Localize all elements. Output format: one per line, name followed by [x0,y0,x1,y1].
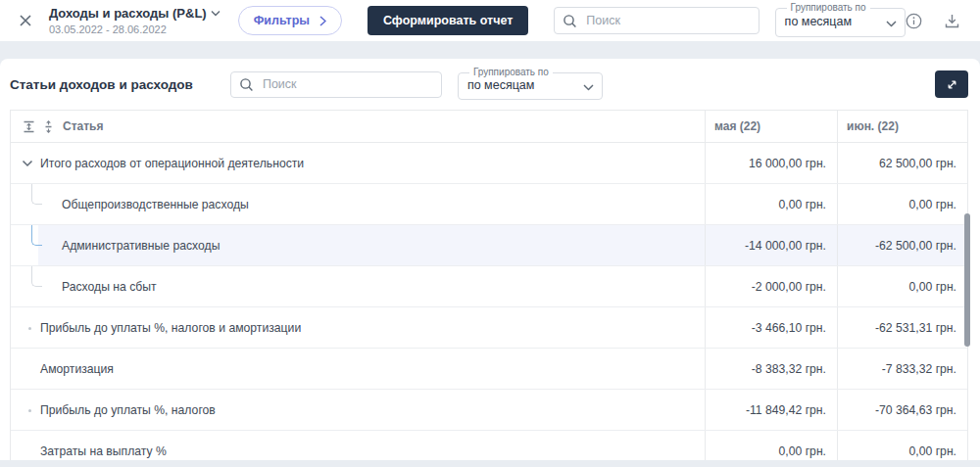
row-label: Прибыль до уплаты %, налогов и амортизац… [40,321,301,335]
close-button[interactable] [14,8,37,33]
table-row[interactable]: Итого расходов от операционной деятельно… [11,143,967,184]
group-by-label: Группировать по [787,4,870,12]
group-by-value: по месяцам [785,15,852,28]
pnl-table: Статья мая (22) июн. (22) Итого расходов… [10,110,968,460]
table-row[interactable]: Амортизация -8 383,32 грн. -7 833,32 грн… [11,349,967,390]
chevron-down-icon [886,20,897,26]
row-value-month2: 0,00 грн. [837,431,967,460]
topbar-search [554,7,759,34]
row-label: Административные расходы [62,239,220,253]
row-value-month2: -7 833,32 грн. [837,349,967,389]
table-row[interactable]: Затраты на выплату % 0,00 грн. 0,00 грн. [11,431,967,460]
row-value-month2: -62 500,00 грн. [837,225,967,265]
info-icon [906,13,922,29]
table-row[interactable]: Прибыль до уплаты %, налогов и амортизац… [11,307,967,349]
row-value-month2: -70 364,63 грн. [837,390,967,430]
row-value-month1: -2 000,00 грн. [705,266,837,306]
leaf-dot-icon [28,327,31,330]
panel-group-by-select[interactable]: Группировать по по месяцам [458,69,603,100]
report-title-block[interactable]: Доходы и расходы (P&L) 03.05.2022 - 28.0… [49,6,220,35]
collapse-all-icon[interactable] [23,120,35,133]
table-row[interactable]: Общепроизводственные расходы 0,00 грн. 0… [11,184,967,225]
row-label: Расходы на сбыт [62,280,157,294]
date-range: 03.05.2022 - 28.06.2022 [49,23,220,35]
column-header-month2[interactable]: июн. (22) [837,111,967,142]
row-value-month1: -14 000,00 грн. [705,225,837,265]
tree-connector [31,225,42,246]
topbar: Доходы и расходы (P&L) 03.05.2022 - 28.0… [0,0,980,41]
report-panel: Статьи доходов и расходов Группировать п… [0,59,980,460]
row-value-month1: -8 383,32 грн. [705,349,837,389]
column-header-month1[interactable]: мая (22) [705,111,837,142]
generate-report-button[interactable]: Сформировать отчет [368,6,528,35]
row-value-month1: 0,00 грн. [705,184,837,224]
chevron-down-icon [211,10,220,17]
table-row[interactable]: Прибыль до уплаты %, налогов -11 849,42 … [11,390,967,431]
row-value-month2: 0,00 грн. [837,266,967,306]
row-value-month2: 62 500,00 грн. [837,143,967,183]
row-value-month1: -3 466,10 грн. [705,307,837,348]
leaf-dot-icon [28,409,31,412]
tree-connector [31,184,42,205]
tree-connector [31,266,42,287]
row-label: Амортизация [40,362,114,376]
row-expander-icon[interactable] [22,160,33,167]
chevron-down-icon [583,83,594,90]
fullscreen-button[interactable] [935,70,968,98]
row-value-month1: 0,00 грн. [705,431,837,460]
chevron-right-icon [319,16,326,26]
table-row-selected[interactable]: Административные расходы -14 000,00 грн.… [11,225,967,266]
download-icon [944,13,960,29]
panel-title: Статьи доходов и расходов [10,77,193,92]
row-value-month1: -11 849,42 грн. [705,390,837,430]
download-button[interactable] [944,13,960,29]
row-label: Общепроизводственные расходы [62,198,249,211]
group-by-value: по месяцам [467,78,534,92]
row-label: Прибыль до уплаты %, налогов [40,403,216,417]
column-header-article[interactable]: Статья [63,119,103,133]
search-icon [563,14,577,28]
report-title: Доходы и расходы (P&L) [49,6,207,21]
close-icon [19,14,32,27]
group-by-label: Группировать по [469,69,553,76]
panel-search-input[interactable] [230,71,442,98]
row-value-month2: 0,00 грн. [837,184,967,224]
panel-search [230,71,442,98]
info-button[interactable] [906,13,922,29]
topbar-search-input[interactable] [554,7,759,34]
filters-label: Фильтры [254,14,310,27]
row-value-month1: 16 000,00 грн. [705,143,837,183]
expand-all-icon[interactable] [42,120,55,133]
row-label: Затраты на выплату % [40,444,167,458]
table-header-row: Статья мая (22) июн. (22) [11,110,967,143]
row-value-month2: -62 531,31 грн. [837,307,967,348]
topbar-group-by-select[interactable]: Группировать по по месяцам [775,4,906,37]
filters-button[interactable]: Фильтры [238,6,342,35]
search-icon [239,77,254,92]
table-row[interactable]: Расходы на сбыт -2 000,00 грн. 0,00 грн. [11,266,967,307]
expand-icon [946,78,958,91]
row-label: Итого расходов от операционной деятельно… [40,157,304,170]
panel-toolbar: Статьи доходов и расходов Группировать п… [0,59,980,110]
